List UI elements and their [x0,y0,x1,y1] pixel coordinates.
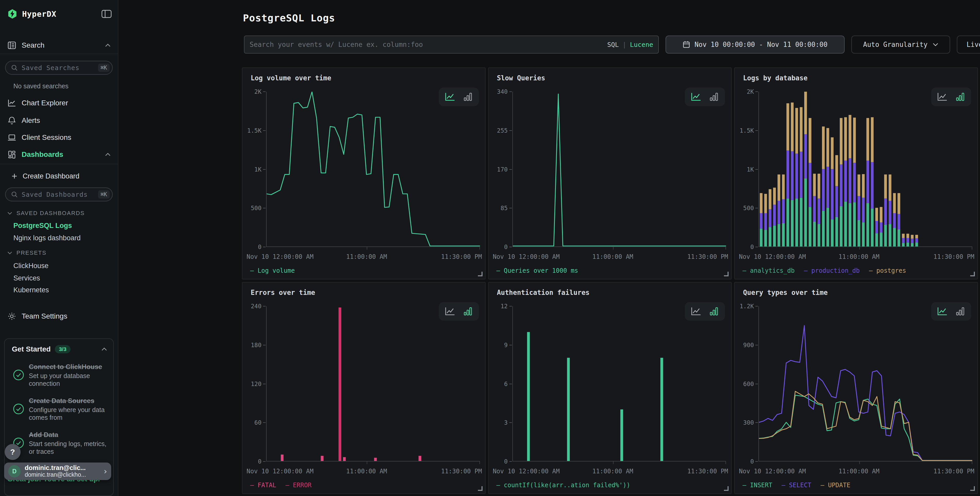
y-axis-tick: 500 [251,205,266,211]
x-axis: Nov 10 12:00:00 AM11:00:00 AM11:30:00 PM [759,468,972,476]
line-view-toggle[interactable] [935,305,949,318]
x-axis: Nov 10 12:00:00 AM11:00:00 AM11:30:00 PM [759,253,972,262]
line-view-toggle[interactable] [935,90,949,104]
saved-dashboards-input[interactable]: Saved Dashboards ⌘K [5,188,113,201]
mode-divider: | [622,41,627,48]
chart-canvas [267,306,480,461]
x-axis-tick: 11:00:00 AM [346,253,387,260]
y-axis-tick: 0 [750,244,758,250]
x-axis: Nov 10 12:00:00 AM11:00:00 AM11:30:00 PM [266,468,480,476]
logo-row: HyperDX [7,7,112,21]
lucene-mode-toggle[interactable]: Lucene [630,41,653,48]
chart-plot-area[interactable] [759,306,972,461]
chart-legend: — INSERT— SELECT— UPDATE [743,482,850,489]
sidebar-item-team-settings[interactable]: Team Settings [0,309,118,324]
bar-view-toggle[interactable] [707,305,721,318]
sidebar-item-clickhouse[interactable]: ClickHouse [13,261,113,271]
chart-plot-area[interactable] [266,306,480,461]
saved-dashboards-section-header[interactable]: SAVED DASHBOARDS [7,209,113,217]
chart-plot-area[interactable] [759,92,972,247]
get-started-item-desc: Configure where your data comes from [29,406,108,421]
y-axis-tick: 1K [254,166,266,173]
y-axis-tick: 255 [497,127,512,134]
line-view-toggle[interactable] [443,90,457,104]
x-axis-tick: 11:00:00 AM [838,253,880,260]
date-range-value: Nov 10 00:00:00 - Nov 11 00:00:00 [695,41,828,48]
chevron-up-icon [105,43,111,47]
line-view-toggle[interactable] [689,90,703,104]
sidebar-item-label: Alerts [22,116,111,124]
divider [0,164,118,164]
chart-plot-area[interactable] [512,92,726,247]
panel-resize-handle[interactable] [478,272,482,276]
legend-item: — Log volume [250,267,295,274]
chevron-up-icon[interactable] [102,348,107,351]
create-dashboard-button[interactable]: Create Dashboard [0,169,118,183]
get-started-item-sources[interactable]: Create Data Sources Configure where your… [5,392,113,426]
create-dashboard-label: Create Dashboard [23,172,111,180]
get-started-item-title: Connect to ClickHouse [29,363,108,371]
bar-view-toggle[interactable] [953,305,967,318]
chevron-right-icon: › [104,466,107,476]
event-search-bar: SQL | Lucene [244,35,659,54]
bar-view-toggle[interactable] [953,90,967,104]
sidebar-collapse-icon[interactable] [102,10,112,18]
chart-explorer-icon [7,99,16,107]
y-axis-tick: 85 [501,205,512,211]
chart-legend: — Log volume [250,267,295,274]
x-axis-tick: 11:30:00 PM [441,468,482,475]
chevron-down-icon [7,212,12,215]
granularity-select[interactable]: Auto Granularity [851,35,950,54]
bar-view-toggle[interactable] [461,90,474,104]
y-axis-tick: 240 [251,303,266,309]
x-axis-tick: Nov 10 12:00:00 AM [739,253,806,260]
chart-panel-slow-queries: Slow Queries 085170255340 Nov 10 12:00:0… [488,67,732,279]
search-panel-icon [7,41,16,49]
legend-item: — production_db [804,267,860,274]
sidebar-item-label: Team Settings [22,312,111,321]
y-axis-tick: 340 [497,88,512,95]
event-search-input[interactable] [250,41,607,48]
get-started-progress-badge: 3/3 [55,345,70,353]
presets-section-header[interactable]: PRESETS [7,249,113,257]
get-started-item-connect[interactable]: Connect to ClickHouse Set up your databa… [5,358,113,392]
sql-mode-toggle[interactable]: SQL [607,41,619,48]
get-started-title: Get Started [12,345,51,353]
sidebar-item-postgresql-logs[interactable]: PostgreSQL Logs [13,220,113,231]
line-view-toggle[interactable] [689,305,703,318]
y-axis-tick: 9 [504,342,512,348]
help-button[interactable]: ? [5,444,21,460]
plus-icon [11,173,18,179]
get-started-header[interactable]: Get Started 3/3 [5,339,113,358]
legend-item: — UPDATE [821,482,851,489]
sidebar-item-services[interactable]: Services [13,273,113,283]
date-range-picker[interactable]: Nov 10 00:00:00 - Nov 11 00:00:00 [665,35,845,54]
panel-resize-handle[interactable] [724,272,729,276]
bar-view-toggle[interactable] [707,90,721,104]
app-title: HyperDX [22,10,97,19]
legend-item: — countIf(like(arr..ation failed%')) [496,482,630,489]
chart-plot-area[interactable] [266,92,480,247]
panel-resize-handle[interactable] [970,486,975,491]
calendar-icon [683,41,690,48]
line-view-toggle[interactable] [443,305,457,318]
sidebar-item-client-sessions[interactable]: Client Sessions [0,130,118,145]
sidebar-item-search[interactable]: Search [0,38,118,53]
saved-searches-input[interactable]: Saved Searches ⌘K [5,61,113,75]
sidebar-item-chart-explorer[interactable]: Chart Explorer [0,96,118,110]
panel-resize-handle[interactable] [478,486,482,491]
panel-resize-handle[interactable] [970,272,975,276]
live-button[interactable]: Live [957,35,980,54]
chart-view-toggle [439,302,479,321]
get-started-item-add-data[interactable]: Add Data Start sending logs, metrics, or… [5,426,113,460]
sidebar-item-dashboards[interactable]: Dashboards [0,147,118,162]
user-menu[interactable]: D dominic.tran@clic... dominic.tran@clic… [4,463,111,480]
sidebar-item-alerts[interactable]: Alerts [0,113,118,128]
bar-view-toggle[interactable] [461,305,474,318]
sidebar-item-nginx-logs-dashboard[interactable]: Nginx logs dashboard [13,233,113,243]
panel-resize-handle[interactable] [724,486,729,491]
sidebar-item-kubernetes[interactable]: Kubernetes [13,285,113,295]
y-axis-tick: 900 [743,342,758,348]
chart-plot-area[interactable] [512,306,726,461]
search-icon [11,64,18,71]
